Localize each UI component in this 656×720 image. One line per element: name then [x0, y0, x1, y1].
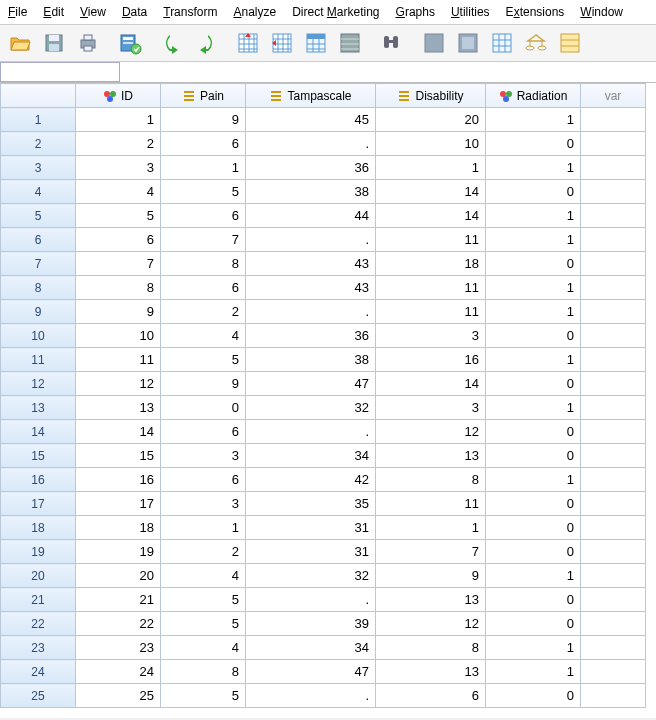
cell-tampascale[interactable]: 44 — [246, 204, 376, 228]
goto-variable-button[interactable] — [266, 27, 298, 59]
cell-pain[interactable]: 3 — [161, 444, 246, 468]
corner-cell[interactable] — [1, 84, 76, 108]
cell-pain[interactable]: 6 — [161, 468, 246, 492]
cell-empty[interactable] — [581, 492, 646, 516]
cell-radiation[interactable]: 0 — [486, 612, 581, 636]
cell-radiation[interactable]: 0 — [486, 372, 581, 396]
cell-radiation[interactable]: 0 — [486, 444, 581, 468]
cell-pain[interactable]: 9 — [161, 108, 246, 132]
insert-variable-button[interactable] — [452, 27, 484, 59]
cell-disability[interactable]: 1 — [376, 516, 486, 540]
cell-pain[interactable]: 7 — [161, 228, 246, 252]
cell-pain[interactable]: 8 — [161, 660, 246, 684]
cell-id[interactable]: 3 — [76, 156, 161, 180]
cell-radiation[interactable]: 0 — [486, 540, 581, 564]
row-header[interactable]: 3 — [1, 156, 76, 180]
cell-radiation[interactable]: 0 — [486, 132, 581, 156]
cell-id[interactable]: 24 — [76, 660, 161, 684]
cell-id[interactable]: 6 — [76, 228, 161, 252]
cell-empty[interactable] — [581, 228, 646, 252]
cell-id[interactable]: 16 — [76, 468, 161, 492]
undo-button[interactable] — [156, 27, 188, 59]
cell-tampascale[interactable]: 47 — [246, 660, 376, 684]
cell-disability[interactable]: 14 — [376, 372, 486, 396]
cell-pain[interactable]: 4 — [161, 564, 246, 588]
data-grid[interactable]: ID Pain Tampascale Disability Radiation … — [0, 83, 656, 718]
cell-pain[interactable]: 6 — [161, 204, 246, 228]
cell-pain[interactable]: 6 — [161, 132, 246, 156]
column-header-radiation[interactable]: Radiation — [486, 84, 581, 108]
row-header[interactable]: 13 — [1, 396, 76, 420]
row-header[interactable]: 19 — [1, 540, 76, 564]
cell-tampascale[interactable]: 43 — [246, 276, 376, 300]
cell-disability[interactable]: 16 — [376, 348, 486, 372]
cell-tampascale[interactable]: 36 — [246, 156, 376, 180]
row-header[interactable]: 6 — [1, 228, 76, 252]
cell-empty[interactable] — [581, 276, 646, 300]
cell-tampascale[interactable]: 32 — [246, 564, 376, 588]
cell-empty[interactable] — [581, 252, 646, 276]
cell-disability[interactable]: 9 — [376, 564, 486, 588]
row-header[interactable]: 5 — [1, 204, 76, 228]
variables-button[interactable] — [300, 27, 332, 59]
cell-tampascale[interactable]: 35 — [246, 492, 376, 516]
cell-empty[interactable] — [581, 348, 646, 372]
cell-tampascale[interactable]: 34 — [246, 444, 376, 468]
cell-pain[interactable]: 6 — [161, 420, 246, 444]
cell-radiation[interactable]: 0 — [486, 180, 581, 204]
row-header[interactable]: 8 — [1, 276, 76, 300]
cell-empty[interactable] — [581, 108, 646, 132]
cell-empty[interactable] — [581, 612, 646, 636]
menu-edit[interactable]: Edit — [35, 2, 72, 22]
cell-empty[interactable] — [581, 660, 646, 684]
cell-tampascale[interactable]: 43 — [246, 252, 376, 276]
cell-disability[interactable]: 11 — [376, 276, 486, 300]
cell-disability[interactable]: 13 — [376, 660, 486, 684]
cell-disability[interactable]: 20 — [376, 108, 486, 132]
cell-radiation[interactable]: 0 — [486, 516, 581, 540]
cell-pain[interactable]: 2 — [161, 300, 246, 324]
cell-radiation[interactable]: 1 — [486, 348, 581, 372]
recall-dialog-button[interactable] — [114, 27, 146, 59]
row-header[interactable]: 4 — [1, 180, 76, 204]
save-button[interactable] — [38, 27, 70, 59]
row-header[interactable]: 23 — [1, 636, 76, 660]
cell-disability[interactable]: 1 — [376, 156, 486, 180]
cell-id[interactable]: 14 — [76, 420, 161, 444]
cell-id[interactable]: 8 — [76, 276, 161, 300]
cell-pain[interactable]: 0 — [161, 396, 246, 420]
cell-pain[interactable]: 2 — [161, 540, 246, 564]
menu-extensions[interactable]: Extensions — [498, 2, 573, 22]
row-header[interactable]: 17 — [1, 492, 76, 516]
cell-pain[interactable]: 5 — [161, 612, 246, 636]
cell-pain[interactable]: 9 — [161, 372, 246, 396]
row-header[interactable]: 9 — [1, 300, 76, 324]
cell-tampascale[interactable]: 42 — [246, 468, 376, 492]
redo-button[interactable] — [190, 27, 222, 59]
column-header-id[interactable]: ID — [76, 84, 161, 108]
cell-disability[interactable]: 6 — [376, 684, 486, 708]
cell-radiation[interactable]: 0 — [486, 420, 581, 444]
row-header[interactable]: 20 — [1, 564, 76, 588]
cell-tampascale[interactable]: 45 — [246, 108, 376, 132]
cell-tampascale[interactable]: 31 — [246, 540, 376, 564]
cell-pain[interactable]: 3 — [161, 492, 246, 516]
cell-pain[interactable]: 4 — [161, 636, 246, 660]
cell-id[interactable]: 25 — [76, 684, 161, 708]
cell-id[interactable]: 7 — [76, 252, 161, 276]
row-header[interactable]: 7 — [1, 252, 76, 276]
row-header[interactable]: 21 — [1, 588, 76, 612]
cell-tampascale[interactable]: 36 — [246, 324, 376, 348]
cell-disability[interactable]: 12 — [376, 420, 486, 444]
insert-cases-button[interactable] — [418, 27, 450, 59]
cell-empty[interactable] — [581, 132, 646, 156]
cell-pain[interactable]: 5 — [161, 348, 246, 372]
cell-radiation[interactable]: 1 — [486, 108, 581, 132]
cell-id[interactable]: 18 — [76, 516, 161, 540]
cell-id[interactable]: 9 — [76, 300, 161, 324]
cell-disability[interactable]: 3 — [376, 396, 486, 420]
cell-empty[interactable] — [581, 204, 646, 228]
column-header-tampascale[interactable]: Tampascale — [246, 84, 376, 108]
column-header-disability[interactable]: Disability — [376, 84, 486, 108]
cell-radiation[interactable]: 0 — [486, 684, 581, 708]
